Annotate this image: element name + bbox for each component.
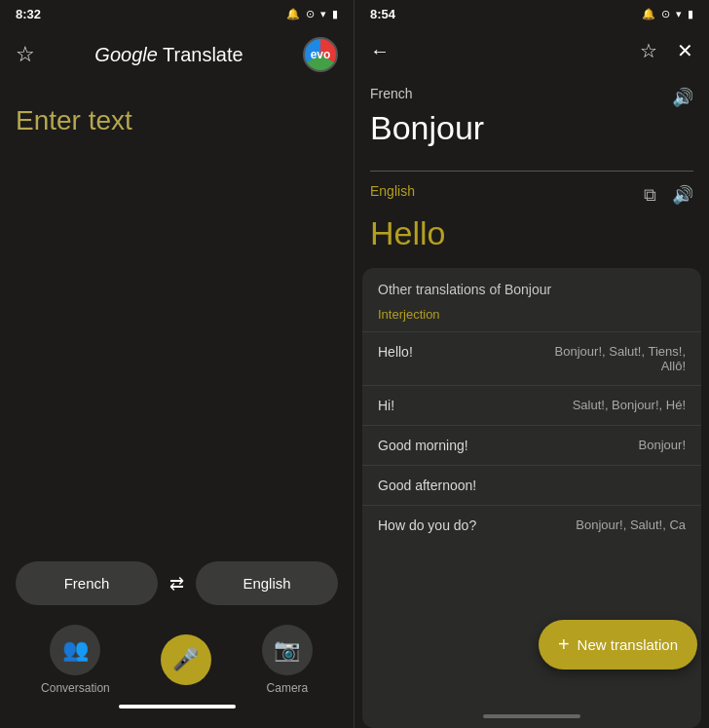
- new-translation-button[interactable]: + New translation: [539, 620, 697, 670]
- conversation-label: Conversation: [41, 681, 110, 695]
- fab-plus-icon: +: [558, 633, 570, 656]
- mic-icon: 🎤: [172, 647, 199, 672]
- bookmark-icon[interactable]: ☆: [640, 39, 657, 62]
- table-row: Good afternoon!: [362, 465, 701, 505]
- conversation-icon-wrap: 👥: [50, 625, 100, 675]
- target-action-icons: ⧉ 🔊: [644, 184, 693, 206]
- favorites-icon[interactable]: ☆: [16, 42, 35, 67]
- tr-source-3: Good afternoon!: [378, 478, 532, 493]
- left-top-bar: ☆ Google Translate evo: [0, 27, 354, 82]
- back-button[interactable]: ←: [370, 40, 390, 62]
- target-translation-area: English ⧉ 🔊 Hello: [354, 172, 709, 260]
- translate-word: Translate: [158, 44, 243, 65]
- right-home-indicator: [483, 714, 580, 718]
- action-row: 👥 Conversation 🎤 📷 Camera: [16, 625, 338, 695]
- table-row: Hello! Bonjour!, Salut!, Tiens!, Allô!: [362, 331, 701, 385]
- source-header-row: French 🔊: [370, 86, 693, 109]
- circle-icon: ⊙: [306, 8, 315, 20]
- table-row: How do you do? Bonjour!, Salut!, Ca: [362, 505, 701, 545]
- tr-targets-4: Bonjour!, Salut!, Ca: [532, 517, 686, 532]
- table-row: Good morning! Bonjour!: [362, 425, 701, 465]
- source-language-button[interactable]: French: [16, 561, 158, 605]
- category-label: Interjection: [362, 303, 701, 331]
- tr-targets-1: Salut!, Bonjour!, Hé!: [532, 398, 686, 412]
- tr-source-4: How do you do?: [378, 517, 532, 533]
- camera-label: Camera: [267, 681, 309, 695]
- target-text: Hello: [370, 214, 693, 252]
- right-status-icons: 🔔 ⊙ ▾ ▮: [642, 8, 693, 20]
- left-time: 8:32: [16, 7, 41, 21]
- tr-targets-2: Bonjour!: [532, 438, 686, 452]
- tr-source-1: Hi!: [378, 398, 532, 413]
- fab-label: New translation: [578, 636, 678, 653]
- google-word: Google: [94, 44, 158, 65]
- left-status-bar: 8:32 🔔 ⊙ ▾ ▮: [0, 0, 354, 27]
- r-circle-icon: ⊙: [661, 8, 670, 20]
- swap-languages-icon[interactable]: ⇄: [166, 573, 188, 594]
- close-icon[interactable]: ✕: [677, 39, 693, 62]
- right-top-actions: ☆ ✕: [640, 39, 693, 62]
- copy-button[interactable]: ⧉: [644, 184, 656, 206]
- source-text: Bonjour: [370, 109, 693, 147]
- r-notification-icon: 🔔: [642, 8, 655, 20]
- bottom-controls: French ⇄ English 👥 Conversation 🎤 📷 C: [0, 550, 354, 728]
- camera-button[interactable]: 📷 Camera: [262, 625, 313, 695]
- source-language-label: French: [370, 86, 413, 101]
- tr-source-0: Hello!: [378, 344, 532, 360]
- right-status-bar: 8:54 🔔 ⊙ ▾ ▮: [354, 0, 709, 27]
- mic-icon-wrap: 🎤: [161, 634, 211, 685]
- conversation-button[interactable]: 👥 Conversation: [41, 625, 110, 695]
- camera-icon-wrap: 📷: [262, 625, 313, 675]
- right-panel: 8:54 🔔 ⊙ ▾ ▮ ← ☆ ✕ French 🔊 Bonjour Engl…: [354, 0, 709, 728]
- source-speak-button[interactable]: 🔊: [672, 87, 693, 108]
- language-row: French ⇄ English: [16, 561, 338, 605]
- left-status-icons: 🔔 ⊙ ▾ ▮: [286, 8, 338, 20]
- app-title: Google Translate: [94, 44, 243, 66]
- right-top-bar: ← ☆ ✕: [354, 27, 709, 74]
- right-time: 8:54: [370, 7, 395, 21]
- target-speak-button[interactable]: 🔊: [672, 184, 693, 206]
- left-panel: 8:32 🔔 ⊙ ▾ ▮ ☆ Google Translate evo Ente…: [0, 0, 354, 728]
- r-wifi-icon: ▾: [676, 8, 682, 20]
- target-header-row: English ⧉ 🔊: [370, 183, 693, 207]
- target-language-label: English: [370, 183, 415, 199]
- text-input-area[interactable]: Enter text: [0, 82, 354, 550]
- notification-icon: 🔔: [286, 8, 300, 20]
- avatar[interactable]: evo: [303, 37, 338, 72]
- battery-icon: ▮: [332, 8, 338, 20]
- enter-text-placeholder: Enter text: [16, 105, 132, 135]
- tr-targets-0: Bonjour!, Salut!, Tiens!, Allô!: [532, 344, 686, 373]
- target-language-button[interactable]: English: [196, 561, 338, 605]
- camera-icon: 📷: [274, 637, 300, 663]
- other-translations-header: Other translations of Bonjour: [362, 268, 701, 303]
- wifi-icon: ▾: [320, 8, 326, 20]
- tr-source-2: Good morning!: [378, 438, 532, 453]
- mic-button[interactable]: 🎤: [161, 634, 211, 685]
- table-row: Hi! Salut!, Bonjour!, Hé!: [362, 385, 701, 425]
- r-battery-icon: ▮: [688, 8, 693, 20]
- source-translation-area: French 🔊 Bonjour: [354, 74, 709, 171]
- home-indicator: [119, 705, 236, 709]
- conversation-icon: 👥: [62, 637, 89, 663]
